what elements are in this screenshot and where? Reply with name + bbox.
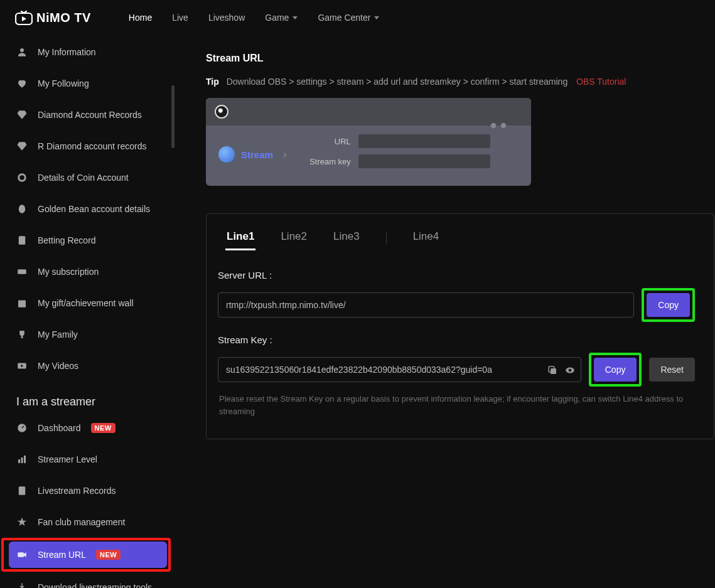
svg-rect-6: [18, 269, 26, 274]
tip-row: Tip Download OBS > settings > stream > a…: [206, 77, 715, 87]
star-icon: [16, 516, 28, 528]
stream-key-label: Stream Key :: [218, 334, 695, 345]
svg-rect-8: [18, 301, 26, 302]
svg-point-4: [19, 205, 26, 213]
main-content: Stream URL Tip Download OBS > settings >…: [176, 35, 715, 588]
sidebar-item-subscription[interactable]: My subscription: [9, 259, 167, 285]
highlight-copy-server: Copy: [642, 288, 695, 322]
svg-rect-14: [24, 456, 26, 463]
sidebar-item-gift-wall[interactable]: My gift/achievement wall: [9, 290, 167, 316]
server-url-input[interactable]: [218, 292, 634, 318]
sidebar-item-livestream-records[interactable]: Livestream Records: [9, 478, 167, 504]
doc-icon: [16, 485, 28, 496]
svg-rect-13: [21, 457, 23, 463]
sidebar-item-coin-account[interactable]: Details of Coin Account: [9, 164, 167, 191]
tip-text: Download OBS > settings > stream > add u…: [227, 77, 568, 87]
tip-label: Tip: [206, 77, 219, 87]
obs-titlebar: [206, 98, 531, 126]
obs-icon: [215, 105, 228, 119]
nav-items: Home Live Liveshow Game Game Center: [129, 13, 380, 23]
heart-icon: [16, 78, 28, 89]
bean-icon: [16, 203, 28, 215]
sidebar-item-label: Fan club management: [38, 517, 125, 527]
page-title: Stream URL: [206, 53, 715, 64]
sidebar-item-fan-club[interactable]: Fan club management: [9, 509, 167, 535]
diamond-icon: [16, 109, 28, 120]
stream-key-help: Please reset the Stream Key on a regular…: [218, 393, 695, 417]
sidebar-item-label: My Information: [38, 47, 96, 57]
sidebar-item-label: My gift/achievement wall: [38, 298, 134, 308]
highlight-stream-url: Stream URL NEW: [1, 538, 171, 572]
stream-panel: Line1 Line2 Line3 Line4 Server URL : Cop…: [206, 213, 714, 439]
sidebar-item-diamond-records[interactable]: Diamond Account Records: [9, 102, 167, 128]
nav-game[interactable]: Game: [265, 13, 298, 23]
sidebar-item-label: My subscription: [38, 267, 99, 277]
tab-line3[interactable]: Line3: [333, 230, 360, 250]
nav-liveshow[interactable]: Liveshow: [208, 13, 245, 23]
sidebar-item-r-diamond-records[interactable]: R Diamond account records: [9, 133, 167, 159]
dashboard-icon: [16, 422, 28, 434]
sidebar-item-label: Stream URL: [38, 550, 86, 560]
brand-text: NiMO TV: [36, 11, 91, 25]
sidebar-item-my-information[interactable]: My Information: [9, 39, 167, 65]
nav-home[interactable]: Home: [129, 13, 152, 23]
svg-point-1: [20, 48, 24, 52]
new-badge: NEW: [91, 423, 116, 433]
chevron-down-icon: [374, 16, 379, 19]
ticket-icon: [16, 266, 28, 277]
obs-tutorial-link[interactable]: OBS Tutorial: [576, 77, 626, 87]
bars-icon: [16, 454, 28, 465]
tab-line1[interactable]: Line1: [227, 230, 254, 250]
new-badge: NEW: [96, 550, 121, 560]
sidebar-item-label: Livestream Records: [38, 486, 116, 496]
video-icon: [16, 360, 28, 372]
sidebar-item-label: R Diamond account records: [38, 141, 147, 151]
stream-key-input[interactable]: su1639522135060r1841edfe23822b42090bb885…: [218, 357, 581, 382]
sidebar-item-my-family[interactable]: My Family: [9, 321, 167, 348]
sidebar-item-dashboard[interactable]: Dashboard NEW: [9, 415, 167, 441]
sidebar-item-streamer-level[interactable]: Streamer Level: [9, 446, 167, 473]
nav-game-center[interactable]: Game Center: [318, 13, 379, 23]
top-nav: NiMO TV Home Live Liveshow Game Game Cen…: [0, 0, 715, 35]
coin-icon: [16, 172, 28, 183]
reset-stream-key-button[interactable]: Reset: [649, 358, 695, 382]
tab-line2[interactable]: Line2: [281, 230, 307, 250]
obs-preview-card: Stream › URL Stream key: [206, 98, 531, 186]
highlight-copy-key: Copy: [589, 353, 642, 387]
sidebar-item-label: Diamond Account Records: [38, 110, 142, 120]
svg-rect-9: [21, 336, 23, 338]
sidebar-item-label: My Following: [38, 78, 89, 88]
sidebar-item-label: Details of Coin Account: [38, 173, 129, 183]
obs-key-label: Stream key: [299, 157, 351, 166]
svg-point-21: [568, 369, 571, 372]
tab-divider: [386, 232, 387, 244]
chevron-down-icon: [293, 16, 298, 19]
scrollbar[interactable]: [171, 85, 175, 148]
sidebar-item-stream-url[interactable]: Stream URL NEW: [9, 542, 167, 568]
obs-stream-label: Stream: [241, 149, 273, 160]
play-tv-icon: [15, 10, 33, 25]
sidebar-item-download-tools[interactable]: Download livestreaming tools: [9, 574, 167, 588]
brand-logo[interactable]: NiMO TV: [15, 10, 91, 25]
download-icon: [16, 582, 28, 588]
copy-server-url-button[interactable]: Copy: [647, 293, 690, 317]
sidebar-item-golden-bean[interactable]: Golden Bean account details: [9, 196, 167, 222]
sidebar-item-betting-record[interactable]: Betting Record: [9, 227, 167, 254]
diamond-icon: [16, 141, 28, 152]
eye-icon[interactable]: [564, 365, 576, 375]
sidebar-item-my-following[interactable]: My Following: [9, 70, 167, 97]
nav-live[interactable]: Live: [172, 13, 188, 23]
sidebar: My Information My Following Diamond Acco…: [0, 35, 176, 588]
tab-line4[interactable]: Line4: [413, 230, 439, 250]
sidebar-item-label: Golden Bean account details: [38, 204, 150, 214]
line-tabs: Line1 Line2 Line3 Line4: [217, 230, 695, 251]
copy-icon[interactable]: [547, 365, 558, 375]
sidebar-item-label: Dashboard: [38, 423, 81, 433]
svg-rect-12: [18, 459, 20, 463]
sidebar-item-label: My Videos: [38, 361, 78, 371]
obs-url-input: [358, 134, 490, 148]
copy-stream-key-button[interactable]: Copy: [594, 358, 637, 382]
sidebar-item-label: Streamer Level: [38, 454, 97, 464]
obs-url-label: URL: [299, 137, 351, 146]
sidebar-item-my-videos[interactable]: My Videos: [9, 353, 167, 379]
